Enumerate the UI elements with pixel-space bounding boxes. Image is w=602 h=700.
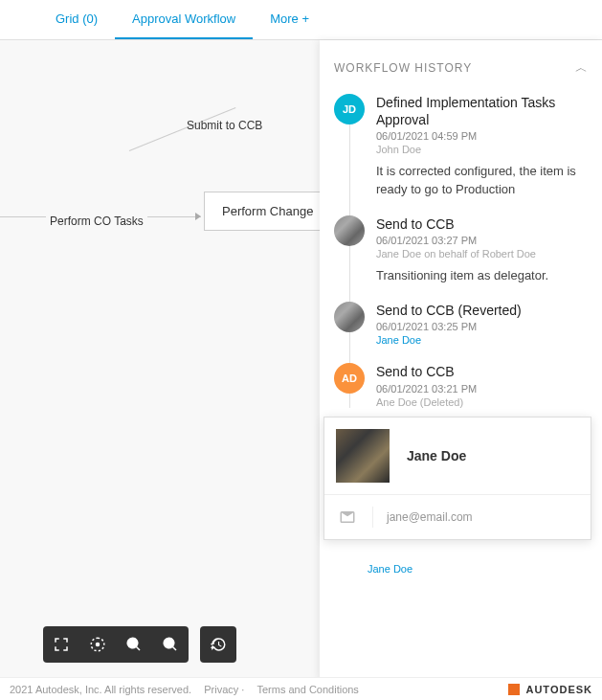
history-item-user: Jane Doe on behalf of Robert Doe — [376, 248, 588, 260]
workflow-node-perform-change[interactable]: Perform Change — [204, 192, 331, 231]
avatar: AD — [334, 363, 365, 394]
popover-name: Jane Doe — [407, 448, 466, 463]
divider — [372, 507, 373, 528]
user-popover: Jane Doe jane@email.com — [323, 417, 591, 540]
zoom-in-button[interactable] — [116, 626, 152, 663]
history-item-timestamp: 06/01/2021 03:27 PM — [376, 235, 588, 246]
history-item-user: John Doe — [376, 144, 588, 155]
history-items: JD Defined Implementation Tasks Approval… — [334, 94, 588, 408]
collapse-icon[interactable]: ︿ — [575, 59, 588, 77]
history-button[interactable] — [200, 626, 236, 663]
workflow-label-perform-co: Perform CO Tasks — [46, 215, 147, 228]
avatar — [334, 215, 365, 246]
center-button[interactable] — [79, 626, 116, 663]
history-item-comment: Transitioning item as delegator. — [376, 267, 588, 284]
popover-avatar — [336, 429, 390, 483]
history-item-timestamp: 06/01/2021 03:25 PM — [376, 321, 588, 332]
brand-text: AUTODESK — [525, 684, 592, 695]
privacy-link[interactable]: Privacy — [204, 684, 238, 695]
history-item-title: Send to CCB — [376, 363, 588, 380]
tab-approval-workflow[interactable]: Approval Workflow — [115, 0, 253, 39]
zoom-out-button[interactable] — [152, 626, 189, 663]
copyright-text: 2021 Autodesk, Inc. All rights reserved. — [10, 684, 191, 695]
history-title: WORKFLOW HISTORY — [334, 61, 472, 75]
tab-grid[interactable]: Grid (0) — [38, 0, 115, 39]
history-item-2: Send to CCB 06/01/2021 03:27 PM Jane Doe… — [334, 215, 588, 284]
history-item-title: Defined Implementation Tasks Approval — [376, 94, 588, 128]
tab-more[interactable]: More + — [253, 0, 326, 39]
history-item-3: Send to CCB (Reverted) 06/01/2021 03:25 … — [334, 302, 588, 346]
footer: 2021 Autodesk, Inc. All rights reserved.… — [0, 677, 602, 700]
history-item-timestamp: 06/01/2021 03:21 PM — [376, 383, 588, 395]
fit-screen-button[interactable] — [43, 626, 79, 663]
canvas-toolbar — [43, 626, 236, 663]
history-item-user[interactable]: Jane Doe — [376, 334, 588, 346]
main-area: Submit to CCB Perform CO Tasks Perform C… — [0, 40, 602, 682]
history-item-user[interactable]: Jane Doe — [368, 563, 412, 575]
autodesk-icon — [508, 684, 520, 695]
history-item-user: Ane Doe (Deleted) — [376, 396, 588, 408]
history-item-1: JD Defined Implementation Tasks Approval… — [334, 94, 588, 198]
workflow-label-submit: Submit to CCB — [187, 119, 262, 132]
terms-link[interactable]: Terms and Conditions — [256, 684, 358, 695]
history-item-4: AD Send to CCB 06/01/2021 03:21 PM Ane D… — [334, 363, 588, 407]
popover-email[interactable]: jane@email.com — [387, 510, 473, 524]
history-item-timestamp: 06/01/2021 04:59 PM — [376, 130, 588, 142]
arrow-icon — [195, 213, 201, 220]
avatar — [334, 302, 365, 332]
email-icon — [336, 508, 359, 526]
autodesk-logo: AUTODESK — [508, 684, 592, 695]
toolbar-group-history — [200, 626, 236, 663]
svg-point-0 — [96, 643, 100, 647]
tabs-bar: Grid (0) Approval Workflow More + — [0, 0, 602, 40]
history-item-comment: It is corrected configured, the item is … — [376, 163, 588, 197]
history-item-title: Send to CCB (Reverted) — [376, 302, 588, 319]
toolbar-group-view — [43, 626, 189, 663]
avatar: JD — [334, 94, 365, 124]
history-item-title: Send to CCB — [376, 215, 588, 233]
workflow-history-panel: WORKFLOW HISTORY ︿ JD Defined Implementa… — [320, 40, 602, 682]
